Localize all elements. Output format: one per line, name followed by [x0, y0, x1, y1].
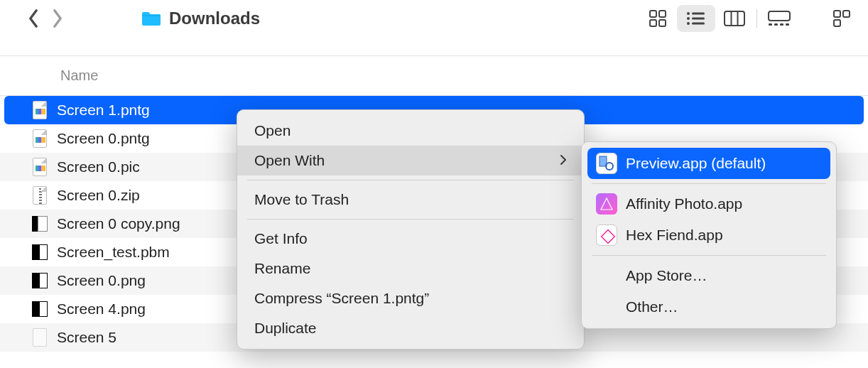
menu-open-with[interactable]: Open With: [237, 146, 584, 175]
svg-rect-3: [659, 20, 666, 26]
file-name: Screen 0 copy.png: [57, 215, 180, 232]
svg-rect-16: [780, 23, 783, 26]
grid-icon: [649, 9, 667, 28]
group-button[interactable]: [823, 5, 861, 32]
svg-rect-18: [834, 11, 840, 17]
open-with-submenu: Preview.app (default) Affinity Photo.app…: [581, 141, 837, 329]
menu-compress[interactable]: Compress “Screen 1.pntg”: [237, 283, 584, 313]
submenu-preview[interactable]: Preview.app (default): [587, 148, 830, 179]
menu-open[interactable]: Open: [237, 116, 584, 146]
svg-rect-10: [725, 11, 744, 26]
svg-rect-2: [650, 20, 656, 26]
columns-icon: [724, 11, 745, 26]
gallery-icon: [768, 11, 791, 26]
icon-view-button[interactable]: [639, 5, 677, 32]
separator: [592, 255, 826, 256]
separator: [592, 183, 826, 184]
file-icon: [31, 185, 48, 205]
preview-app-icon: [596, 153, 617, 174]
svg-rect-0: [650, 11, 656, 17]
file-name: Screen_test.pbm: [57, 244, 170, 261]
svg-rect-20: [834, 20, 840, 26]
view-switcher: [639, 5, 798, 32]
chevron-left-icon: [27, 9, 40, 28]
separator: [247, 219, 574, 220]
hex-fiend-app-icon: [596, 224, 617, 246]
submenu-label: Other…: [626, 298, 678, 315]
file-icon: [31, 242, 48, 262]
file-name: Screen 4.png: [57, 301, 146, 318]
svg-rect-1: [659, 11, 666, 17]
chevron-right-icon: [51, 9, 64, 28]
chevron-right-icon: [560, 152, 567, 169]
file-name: Screen 0.pic: [57, 158, 140, 175]
folder-icon: [141, 10, 162, 27]
affinity-app-icon: [596, 193, 617, 215]
svg-rect-7: [692, 18, 705, 20]
submenu-app-store[interactable]: App Store…: [587, 260, 830, 291]
file-name: Screen 0.zip: [57, 187, 140, 204]
file-icon: [31, 271, 48, 291]
menu-get-info[interactable]: Get Info: [237, 224, 584, 254]
menu-rename[interactable]: Rename: [237, 254, 584, 283]
context-menu: Open Open With Move to Trash Get Info Re…: [237, 109, 585, 350]
page-title: Downloads: [169, 9, 260, 28]
gallery-view-button[interactable]: [760, 5, 798, 32]
grid-icon: [832, 9, 851, 28]
menu-move-to-trash[interactable]: Move to Trash: [237, 185, 584, 215]
file-name: Screen 0.png: [57, 272, 146, 289]
svg-rect-19: [843, 11, 850, 17]
file-name: Screen 0.pntg: [57, 130, 150, 147]
svg-point-8: [687, 22, 690, 25]
file-icon: [31, 299, 48, 319]
file-icon: [31, 129, 48, 148]
file-name: Screen 5: [57, 329, 116, 346]
name-column-label: Name: [60, 67, 98, 84]
svg-rect-14: [769, 23, 772, 26]
file-icon: [31, 328, 48, 347]
submenu-hex[interactable]: Hex Fiend.app: [587, 220, 830, 251]
toolbar: Downloads: [0, 0, 868, 37]
submenu-other[interactable]: Other…: [587, 291, 830, 323]
svg-rect-13: [769, 11, 790, 21]
file-name: Screen 1.pntg: [57, 102, 150, 119]
file-icon: [31, 157, 48, 177]
svg-rect-9: [692, 23, 705, 25]
file-icon: [31, 100, 48, 120]
forward-button[interactable]: [45, 6, 70, 31]
menu-duplicate[interactable]: Duplicate: [237, 313, 584, 343]
svg-point-4: [687, 12, 690, 15]
submenu-label: Preview.app (default): [626, 155, 766, 172]
svg-rect-17: [786, 23, 789, 26]
submenu-label: App Store…: [626, 267, 707, 284]
list-view-button[interactable]: [677, 5, 715, 32]
back-button[interactable]: [21, 6, 45, 31]
svg-point-6: [687, 17, 690, 20]
column-header[interactable]: Name: [0, 56, 868, 96]
file-icon: [31, 214, 48, 234]
submenu-affinity[interactable]: Affinity Photo.app: [587, 188, 830, 220]
svg-rect-5: [692, 13, 705, 15]
separator: [756, 9, 757, 28]
column-view-button[interactable]: [715, 5, 754, 32]
svg-rect-15: [774, 23, 778, 26]
submenu-label: Hex Fiend.app: [626, 227, 723, 244]
list-icon: [686, 11, 706, 26]
separator: [247, 180, 574, 180]
submenu-label: Affinity Photo.app: [626, 195, 742, 212]
